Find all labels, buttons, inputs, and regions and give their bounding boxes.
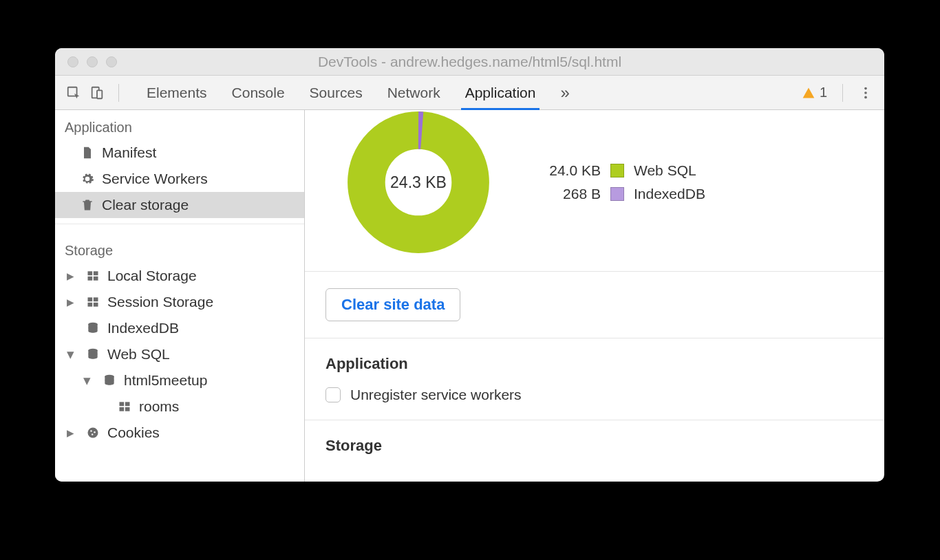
minimize-window-dot[interactable] — [87, 56, 98, 67]
usage-donut-chart: 24.3 KB — [346, 110, 491, 255]
sidebar-item-manifest[interactable]: Manifest — [55, 140, 304, 166]
unregister-checkbox[interactable] — [325, 387, 341, 402]
svg-rect-18 — [125, 402, 130, 406]
svg-rect-6 — [88, 271, 93, 275]
sidebar-item-label: IndexedDB — [107, 320, 179, 336]
sidebar-item-label: Clear storage — [102, 197, 189, 213]
unregister-label: Unregister service workers — [350, 387, 522, 403]
tab-sources[interactable]: Sources — [310, 76, 363, 109]
legend-size: 268 B — [539, 186, 601, 202]
tab-label: Elements — [147, 85, 207, 101]
tab-label: Console — [232, 85, 285, 101]
svg-point-3 — [864, 87, 867, 89]
inspect-element-icon[interactable] — [66, 85, 81, 100]
svg-point-4 — [864, 91, 867, 94]
tab-application[interactable]: Application — [465, 76, 536, 109]
legend-swatch-indexeddb — [610, 187, 624, 201]
application-sidebar: Application Manifest Service Workers — [55, 110, 305, 482]
svg-point-24 — [92, 433, 94, 435]
traffic-lights — [55, 56, 117, 67]
usage-chart-section: 24.3 KB 24.0 KB Web SQL 268 B IndexedDB — [305, 110, 884, 272]
svg-rect-12 — [88, 303, 93, 307]
devtools-tabbar: Elements Console Sources Network Applica… — [55, 76, 884, 110]
warning-icon — [802, 86, 815, 100]
sidebar-item-clear-storage[interactable]: Clear storage — [55, 192, 304, 218]
expand-arrow-placeholder — [65, 320, 76, 336]
svg-point-21 — [88, 428, 98, 438]
svg-rect-10 — [88, 297, 93, 301]
sidebar-item-local-storage[interactable]: ▸ Local Storage — [55, 263, 304, 289]
database-icon — [102, 373, 117, 388]
sidebar-item-cookies[interactable]: ▸ Cookies — [55, 420, 304, 446]
table-icon — [85, 294, 100, 310]
tabs-overflow[interactable]: » — [560, 76, 569, 109]
expand-arrow-icon: ▸ — [65, 268, 76, 284]
close-window-dot[interactable] — [67, 56, 78, 67]
toolbar-separator — [118, 84, 119, 102]
trash-icon — [80, 197, 95, 213]
zoom-window-dot[interactable] — [106, 56, 117, 67]
sidebar-item-label: Cookies — [107, 424, 160, 441]
tab-label: Sources — [310, 85, 363, 101]
sidebar-item-rooms[interactable]: rooms — [55, 394, 304, 420]
clear-storage-panel: 24.3 KB 24.0 KB Web SQL 268 B IndexedDB — [305, 110, 884, 482]
sidebar-divider — [55, 224, 304, 233]
cookie-icon — [85, 425, 100, 440]
sidebar-item-indexeddb[interactable]: IndexedDB — [55, 315, 304, 341]
panel-body: Application Manifest Service Workers — [55, 110, 884, 482]
legend-row-websql: 24.0 KB Web SQL — [539, 162, 705, 179]
sidebar-item-html5meetup[interactable]: ▾ html5meetup — [55, 367, 304, 394]
storage-section: Storage — [305, 420, 884, 482]
kebab-menu-icon[interactable] — [858, 85, 873, 100]
svg-point-22 — [90, 430, 92, 432]
window-title: DevTools - andrew.hedges.name/html5/sql.… — [55, 54, 884, 70]
legend-label: Web SQL — [634, 162, 696, 179]
expand-arrow-icon: ▸ — [65, 294, 76, 310]
tab-network[interactable]: Network — [387, 76, 440, 109]
legend-label: IndexedDB — [634, 186, 705, 202]
clear-site-data-button[interactable]: Clear site data — [325, 288, 460, 321]
device-toggle-icon[interactable] — [89, 85, 105, 100]
sidebar-item-service-workers[interactable]: Service Workers — [55, 166, 304, 192]
svg-rect-13 — [94, 303, 98, 307]
expand-arrow-icon: ▸ — [65, 424, 76, 441]
collapse-arrow-icon: ▾ — [81, 372, 92, 389]
svg-rect-17 — [120, 402, 125, 406]
sidebar-item-label: Manifest — [102, 144, 156, 161]
sidebar-group-storage: Storage — [55, 233, 304, 263]
overflow-chevron-icon: » — [560, 83, 569, 103]
panel-tabs: Elements Console Sources Network Applica… — [147, 76, 570, 109]
svg-rect-20 — [125, 407, 130, 411]
tab-console[interactable]: Console — [232, 76, 285, 109]
sidebar-item-label: Web SQL — [107, 346, 170, 363]
table-icon — [85, 268, 100, 283]
collapse-arrow-icon: ▾ — [65, 346, 76, 363]
sidebar-item-web-sql[interactable]: ▾ Web SQL — [55, 341, 304, 367]
clear-site-data-section: Clear site data — [305, 272, 884, 338]
usage-legend: 24.0 KB Web SQL 268 B IndexedDB — [539, 162, 705, 202]
sidebar-item-session-storage[interactable]: ▸ Session Storage — [55, 289, 304, 315]
unregister-service-workers-row[interactable]: Unregister service workers — [325, 387, 864, 403]
titlebar: DevTools - andrew.hedges.name/html5/sql.… — [55, 48, 884, 76]
gear-icon — [80, 171, 95, 186]
database-icon — [85, 347, 100, 362]
tab-label: Application — [465, 85, 536, 101]
sidebar-item-label: Service Workers — [102, 171, 208, 187]
table-icon — [117, 399, 132, 414]
sidebar-item-label: rooms — [139, 398, 179, 415]
legend-row-indexeddb: 268 B IndexedDB — [539, 186, 705, 202]
legend-size: 24.0 KB — [539, 162, 601, 179]
sidebar-item-label: Session Storage — [107, 294, 213, 310]
svg-rect-11 — [94, 297, 98, 301]
warnings-badge[interactable]: 1 — [802, 85, 827, 100]
usage-total-label: 24.3 KB — [390, 173, 447, 192]
svg-rect-19 — [120, 407, 125, 411]
svg-rect-9 — [94, 277, 98, 281]
warnings-count: 1 — [820, 85, 827, 100]
sidebar-group-application: Application — [55, 110, 304, 140]
file-icon — [80, 145, 95, 160]
tab-elements[interactable]: Elements — [147, 76, 207, 109]
svg-rect-2 — [97, 90, 102, 98]
sidebar-item-label: Local Storage — [107, 268, 197, 284]
storage-heading: Storage — [325, 437, 864, 455]
